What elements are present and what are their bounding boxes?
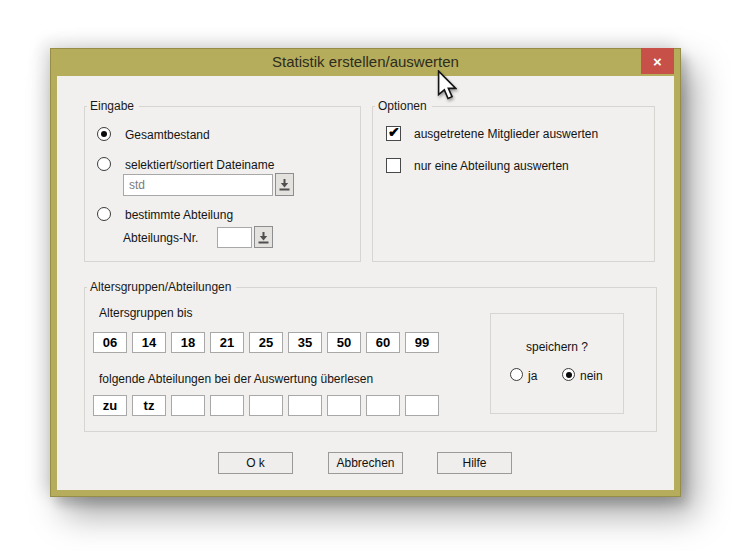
age-input-5[interactable] (249, 332, 283, 353)
abteilungs-nr-dropdown-button[interactable] (254, 226, 273, 248)
radio-selektiert-dateiname-label: selektiert/sortiert Dateiname (125, 158, 274, 172)
group-eingabe-legend: Eingabe (87, 99, 139, 113)
checkbox-ausgetretene[interactable]: ✔ (386, 126, 401, 141)
down-arrow-to-bar-icon (257, 231, 270, 244)
radio-speichern-nein[interactable] (562, 368, 575, 381)
age-groups-label: Altersgruppen bis (99, 306, 192, 320)
age-input-8[interactable] (366, 332, 400, 353)
group-eingabe: Eingabe Gesamtbestand selektiert/sortier… (84, 106, 361, 262)
speichern-box: speichern ? ja nein (490, 313, 624, 414)
cursor-icon (437, 70, 457, 105)
ok-button[interactable]: O k (218, 452, 293, 474)
group-altersgruppen: Altersgruppen/Abteilungen Altersgruppen … (84, 287, 657, 432)
skip-input-3[interactable] (171, 395, 205, 416)
group-optionen-legend: Optionen (375, 99, 432, 113)
skip-input-7[interactable] (327, 395, 361, 416)
radio-selektiert-dateiname[interactable] (97, 157, 111, 171)
skip-input-8[interactable] (366, 395, 400, 416)
radio-speichern-ja-label: ja (528, 369, 537, 383)
age-input-4[interactable] (210, 332, 244, 353)
age-input-2[interactable] (132, 332, 166, 353)
help-button[interactable]: Hilfe (437, 452, 512, 474)
radio-gesamtbestand[interactable] (97, 127, 111, 141)
dateiname-dropdown-button[interactable] (275, 173, 294, 196)
dialog-title: Statistik erstellen/auswerten (50, 48, 681, 76)
down-arrow-to-bar-icon (278, 178, 291, 191)
age-input-6[interactable] (288, 332, 322, 353)
skip-departments-label: folgende Abteilungen bei der Auswertung … (99, 372, 373, 386)
skip-input-1[interactable] (93, 395, 127, 416)
speichern-label: speichern ? (491, 340, 623, 354)
group-altersgruppen-legend: Altersgruppen/Abteilungen (87, 280, 236, 294)
dateiname-input[interactable] (123, 174, 273, 196)
abteilungs-nr-label: Abteilungs-Nr. (123, 231, 198, 245)
dialog-content: Eingabe Gesamtbestand selektiert/sortier… (57, 76, 674, 490)
skip-input-4[interactable] (210, 395, 244, 416)
radio-bestimmte-abteilung-label: bestimmte Abteilung (125, 208, 233, 222)
age-input-7[interactable] (327, 332, 361, 353)
skip-input-6[interactable] (288, 395, 322, 416)
checkbox-ausgetretene-label: ausgetretene Mitglieder auswerten (414, 127, 598, 141)
skip-input-9[interactable] (405, 395, 439, 416)
radio-speichern-nein-label: nein (580, 369, 603, 383)
age-input-1[interactable] (93, 332, 127, 353)
statistik-dialog: Statistik erstellen/auswerten × Eingabe … (50, 48, 681, 497)
radio-speichern-ja[interactable] (510, 368, 523, 381)
skip-input-5[interactable] (249, 395, 283, 416)
skip-input-2[interactable] (132, 395, 166, 416)
age-input-3[interactable] (171, 332, 205, 353)
checkbox-nur-eine-abteilung-label: nur eine Abteilung auswerten (414, 159, 569, 173)
cancel-button[interactable]: Abbrechen (328, 452, 403, 474)
title-bar[interactable]: Statistik erstellen/auswerten × (50, 48, 681, 76)
group-optionen: Optionen ✔ ausgetretene Mitglieder auswe… (372, 106, 655, 262)
age-input-9[interactable] (405, 332, 439, 353)
close-icon[interactable]: × (641, 48, 674, 74)
radio-bestimmte-abteilung[interactable] (97, 207, 111, 221)
abteilungs-nr-input[interactable] (217, 227, 252, 248)
checkbox-nur-eine-abteilung[interactable]: ✔ (386, 158, 401, 173)
radio-gesamtbestand-label: Gesamtbestand (125, 128, 210, 142)
